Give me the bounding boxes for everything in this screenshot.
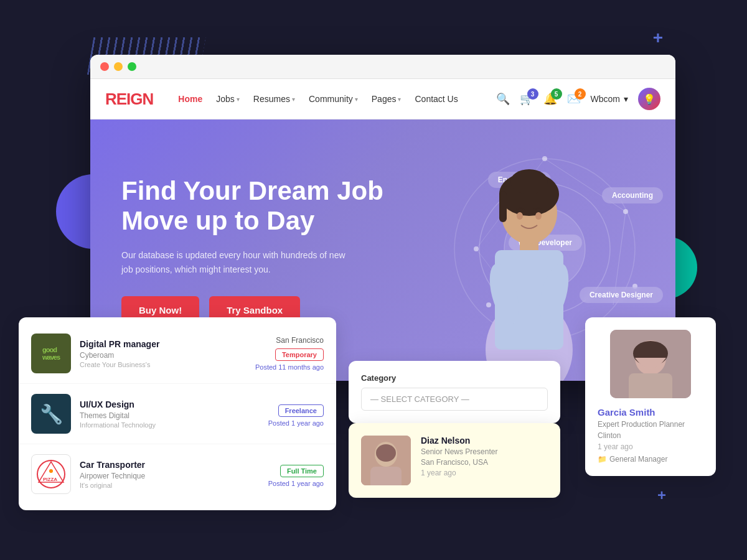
- cart-button[interactable]: 🛒 3: [520, 92, 533, 106]
- search-button[interactable]: 🔍: [496, 92, 510, 106]
- job-company: Cyberoam: [80, 351, 240, 360]
- logo-eign: EIGN: [116, 90, 154, 108]
- nav-link-jobs[interactable]: Jobs ▾: [216, 94, 240, 104]
- svg-rect-34: [629, 373, 672, 398]
- category-select[interactable]: — SELECT CATEGORY — Accounting Engineeri…: [361, 388, 548, 411]
- job-info: Car Transporter Airpower Technique It's …: [80, 460, 240, 489]
- chevron-down-icon: ▾: [398, 96, 401, 103]
- job-posted: Posted 1 year ago: [249, 419, 324, 427]
- hero-content: Find Your Dream Job Move up to Day Our d…: [121, 176, 383, 324]
- job-meta: San Francisco Temporary Posted 11 months…: [249, 336, 324, 371]
- chevron-down-icon: ▾: [237, 96, 240, 103]
- knife-icon: 🔧: [40, 403, 63, 425]
- site-logo[interactable]: REIGN: [105, 90, 153, 109]
- svg-point-8: [623, 209, 628, 214]
- person-illustration: [470, 144, 588, 381]
- chevron-down-icon: ▾: [624, 94, 628, 104]
- hero-title-line2: Move up to Day: [121, 206, 383, 236]
- resume-location: San Francisco, USA: [421, 458, 497, 467]
- plus-icon-bottom: +: [657, 487, 666, 504]
- resume-photo-svg: [361, 436, 411, 485]
- nav-link-resumes[interactable]: Resumes ▾: [253, 94, 295, 104]
- chevron-down-icon: ▾: [292, 96, 295, 103]
- job-type-badge: Full Time: [280, 465, 324, 477]
- bell-badge: 5: [551, 88, 562, 100]
- profile-city: Clinton: [598, 431, 703, 440]
- job-card[interactable]: goodwaves Digital PR manager Cyberoam Cr…: [19, 324, 336, 384]
- nav-link-home[interactable]: Home: [178, 94, 202, 104]
- browser-btn-minimize[interactable]: [114, 62, 123, 71]
- job-company: Themes Digital: [80, 411, 240, 420]
- tag-accounting: Accounting: [602, 187, 663, 203]
- job-logo-waves: goodwaves: [31, 334, 71, 373]
- job-title: Digital PR manager: [80, 339, 240, 349]
- mail-button[interactable]: ✉️ 2: [567, 92, 581, 106]
- hero-title: Find Your Dream Job Move up to Day: [121, 176, 383, 236]
- svg-point-29: [376, 444, 396, 462]
- svg-text:PIZZA: PIZZA: [43, 477, 57, 482]
- job-desc: It's original: [80, 482, 240, 489]
- waves-logo-text: goodwaves: [40, 343, 62, 363]
- profile-name: Garcia Smith: [598, 407, 703, 418]
- chevron-down-icon: ▾: [355, 96, 358, 103]
- resume-card[interactable]: Diaz Nelson Senior News Presenter San Fr…: [349, 423, 560, 498]
- browser-btn-maximize[interactable]: [128, 62, 136, 71]
- job-logo-knife: 🔧: [31, 394, 71, 434]
- job-desc: Create Your Business's: [80, 361, 240, 368]
- job-title: Car Transporter: [80, 460, 240, 470]
- svg-point-24: [37, 460, 65, 488]
- resume-time: 1 year ago: [421, 469, 497, 477]
- job-info: UI/UX Design Themes Digital Informationa…: [80, 399, 240, 429]
- job-info: Digital PR manager Cyberoam Create Your …: [80, 339, 240, 368]
- job-cards-panel: goodwaves Digital PR manager Cyberoam Cr…: [19, 317, 336, 510]
- resume-name: Diaz Nelson: [421, 436, 497, 446]
- plus-icon-top: +: [653, 28, 663, 48]
- job-posted: Posted 1 year ago: [249, 480, 324, 487]
- job-logo-pizza: PIZZA: [31, 454, 71, 494]
- profile-photo-svg: [610, 330, 691, 398]
- resume-role: Senior News Presenter: [421, 447, 497, 456]
- job-card[interactable]: PIZZA Car Transporter Airpower Technique…: [19, 444, 336, 504]
- profile-photo: [610, 330, 691, 398]
- job-location: San Francisco: [249, 336, 324, 345]
- nav-link-community[interactable]: Community ▾: [309, 94, 358, 104]
- svg-point-21: [510, 169, 548, 194]
- job-meta: Freelance Posted 1 year ago: [249, 401, 324, 427]
- job-desc: Informational Technology: [80, 421, 240, 429]
- user-name: Wbcom: [591, 94, 620, 104]
- svg-point-26: [49, 469, 53, 473]
- browser-btn-close[interactable]: [100, 62, 109, 71]
- job-card[interactable]: 🔧 UI/UX Design Themes Digital Informatio…: [19, 384, 336, 444]
- resume-photo: [361, 436, 411, 485]
- svg-point-23: [535, 212, 542, 220]
- svg-point-22: [517, 212, 523, 220]
- profile-role: Expert Production Planner: [598, 420, 703, 429]
- job-company: Airpower Technique: [80, 472, 240, 480]
- logo-r: R: [105, 90, 116, 108]
- hero-title-line1: Find Your Dream Job: [121, 176, 383, 206]
- job-posted: Posted 11 months ago: [249, 363, 324, 371]
- tag-creative: Creative Designer: [580, 287, 663, 303]
- job-title: UI/UX Design: [80, 399, 240, 409]
- browser-titlebar: [90, 55, 675, 79]
- profile-card[interactable]: Garcia Smith Expert Production Planner C…: [585, 317, 716, 476]
- hero-subtitle: Our database is updated every hour with …: [121, 248, 358, 276]
- mail-badge: 2: [575, 88, 586, 100]
- svg-rect-20: [499, 191, 507, 222]
- bell-button[interactable]: 🔔 5: [543, 92, 557, 106]
- job-meta: Full Time Posted 1 year ago: [249, 461, 324, 487]
- nav-link-pages[interactable]: Pages ▾: [372, 94, 402, 104]
- category-panel: Category — SELECT CATEGORY — Accounting …: [349, 361, 560, 423]
- resume-info: Diaz Nelson Senior News Presenter San Fr…: [421, 436, 497, 477]
- cart-badge: 3: [527, 88, 538, 100]
- nav-link-contact[interactable]: Contact Us: [415, 94, 458, 104]
- category-label: Category: [361, 373, 548, 383]
- user-menu[interactable]: Wbcom ▾: [591, 94, 628, 104]
- avatar[interactable]: 💡: [638, 88, 660, 110]
- profile-time: 1 year ago: [598, 442, 703, 451]
- profile-category: 📁 General Manager: [598, 455, 703, 464]
- nav-links: Home Jobs ▾ Resumes ▾ Community ▾ Pages …: [178, 94, 477, 104]
- nav-actions: 🔍 🛒 3 🔔 5 ✉️ 2 Wbcom ▾ 💡: [496, 88, 660, 110]
- job-type-badge: Temporary: [275, 348, 324, 361]
- folder-icon: 📁: [598, 455, 607, 464]
